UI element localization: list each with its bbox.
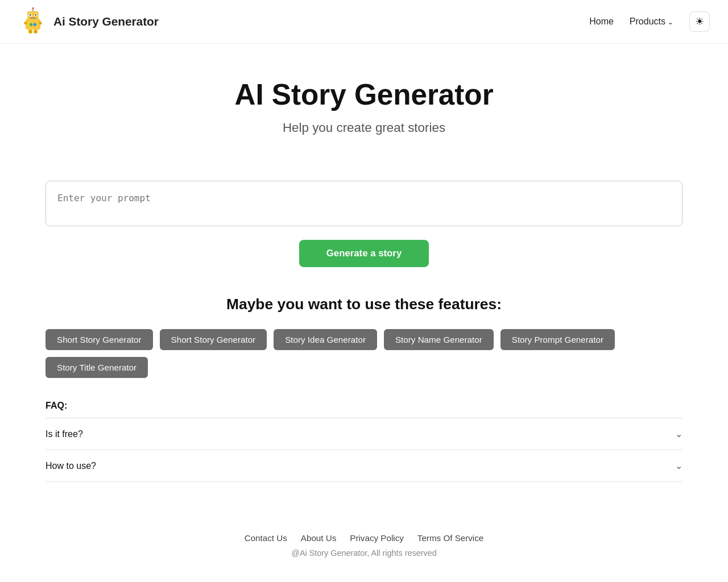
nav-home[interactable]: Home	[589, 16, 614, 27]
faq-items: Is it free? ⌄ How to use? ⌄	[46, 418, 682, 482]
brand-name: Ai Story Generator	[53, 15, 159, 28]
features-heading: Maybe you want to use these features:	[46, 296, 682, 313]
hero-title: AI Story Generator	[23, 78, 705, 111]
hero-section: AI Story Generator Help you create great…	[0, 44, 728, 158]
brand-logo	[18, 7, 48, 36]
faq-question[interactable]: Is it free? ⌄	[46, 418, 682, 450]
footer-link[interactable]: About Us	[301, 533, 336, 543]
faq-section: FAQ: Is it free? ⌄ How to use? ⌄	[23, 401, 705, 482]
nav-right: Home Products ⌄ ☀	[589, 11, 710, 32]
svg-point-10	[39, 22, 42, 24]
generate-button[interactable]: Generate a story	[299, 240, 429, 267]
svg-rect-14	[34, 30, 38, 34]
features-chips-container: Short Story GeneratorShort Story Generat…	[46, 329, 682, 378]
products-chevron-icon: ⌄	[668, 18, 673, 26]
prompt-section: Generate a story	[23, 181, 705, 267]
faq-question-text: How to use?	[46, 461, 96, 471]
hero-subtitle: Help you create great stories	[23, 120, 705, 135]
svg-point-12	[34, 23, 36, 26]
faq-question[interactable]: How to use? ⌄	[46, 450, 682, 481]
svg-point-9	[24, 22, 27, 24]
svg-point-5	[30, 14, 31, 16]
footer: Contact UsAbout UsPrivacy PolicyTerms Of…	[0, 505, 728, 580]
features-section: Maybe you want to use these features: Sh…	[23, 296, 705, 378]
feature-chip[interactable]: Story Name Generator	[384, 329, 494, 350]
feature-chip[interactable]: Short Story Generator	[160, 329, 267, 350]
products-label: Products	[630, 16, 665, 27]
faq-item: Is it free? ⌄	[46, 418, 682, 450]
footer-link[interactable]: Privacy Policy	[350, 533, 404, 543]
svg-point-11	[30, 23, 32, 26]
feature-chip[interactable]: Story Idea Generator	[274, 329, 377, 350]
feature-chip[interactable]: Story Title Generator	[46, 357, 148, 378]
svg-rect-8	[30, 18, 36, 19]
svg-point-3	[32, 7, 34, 10]
footer-copyright: @Ai Story Generator, All rights reserved	[23, 548, 705, 558]
svg-point-7	[35, 14, 36, 16]
sun-icon: ☀	[695, 16, 704, 28]
brand-link[interactable]: Ai Story Generator	[18, 7, 159, 36]
svg-rect-13	[28, 30, 32, 34]
footer-link[interactable]: Contact Us	[245, 533, 287, 543]
faq-title: FAQ:	[46, 401, 682, 411]
footer-links: Contact UsAbout UsPrivacy PolicyTerms Of…	[23, 533, 705, 543]
faq-item: How to use? ⌄	[46, 450, 682, 482]
faq-chevron-icon: ⌄	[675, 460, 682, 471]
feature-chip[interactable]: Short Story Generator	[46, 329, 153, 350]
theme-toggle-button[interactable]: ☀	[689, 11, 710, 32]
feature-chip[interactable]: Story Prompt Generator	[500, 329, 615, 350]
navbar: Ai Story Generator Home Products ⌄ ☀	[0, 0, 728, 44]
faq-question-text: Is it free?	[46, 429, 83, 439]
nav-products[interactable]: Products ⌄	[630, 16, 673, 27]
footer-link[interactable]: Terms Of Service	[417, 533, 483, 543]
prompt-input[interactable]	[46, 181, 682, 226]
generate-btn-wrapper: Generate a story	[46, 240, 682, 267]
faq-chevron-icon: ⌄	[675, 429, 682, 439]
svg-rect-0	[26, 19, 40, 30]
